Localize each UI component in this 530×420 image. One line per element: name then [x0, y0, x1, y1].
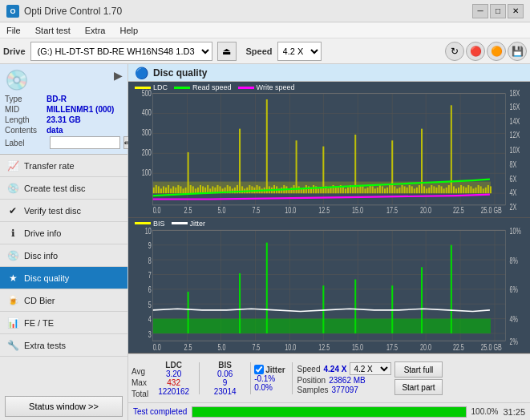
save-icon[interactable]: 💾	[508, 42, 527, 61]
svg-rect-139	[389, 185, 390, 193]
svg-rect-174	[475, 188, 476, 193]
maximize-button[interactable]: □	[490, 4, 506, 18]
settings-icon2[interactable]: 🟠	[487, 42, 506, 61]
svg-rect-155	[428, 188, 430, 193]
eject-button[interactable]: ⏏	[217, 42, 237, 61]
svg-rect-148	[411, 186, 413, 193]
svg-text:10X: 10X	[509, 146, 520, 155]
svg-text:17.5: 17.5	[386, 206, 398, 216]
svg-text:10.0: 10.0	[285, 343, 296, 353]
disc-arrow[interactable]: ▶	[114, 69, 123, 82]
speed-select[interactable]: 4.2 X	[277, 42, 322, 61]
svg-rect-0	[128, 82, 530, 217]
svg-rect-162	[446, 188, 447, 193]
jitter-stats: Jitter -0.1% 0.0%	[254, 365, 288, 392]
samples-label: Samples	[297, 386, 329, 394]
start-part-button[interactable]: Start part	[394, 379, 442, 395]
time-display: 31:25	[503, 407, 525, 417]
nav-cd-bier[interactable]: 🍺 CD Bier	[0, 289, 127, 312]
svg-rect-156	[431, 185, 432, 193]
svg-rect-129	[364, 188, 366, 193]
disc-length-value: 23.31 GB	[47, 115, 81, 124]
nav-drive-info[interactable]: ℹ Drive info	[0, 222, 127, 244]
svg-rect-153	[423, 186, 425, 193]
minimize-button[interactable]: ─	[472, 4, 488, 18]
jitter-checkbox[interactable]	[254, 365, 264, 374]
svg-rect-128	[362, 186, 363, 193]
svg-text:200: 200	[142, 148, 152, 158]
svg-rect-131	[370, 185, 371, 193]
status-text: Test completed	[133, 407, 187, 416]
start-full-button[interactable]: Start full	[394, 361, 442, 378]
drive-select[interactable]: (G:) HL-DT-ST BD-RE WH16NS48 1.D3	[30, 42, 212, 61]
svg-rect-51	[172, 186, 174, 193]
nav-verify-test-disc[interactable]: ✔ Verify test disc	[0, 200, 127, 222]
progress-text: 100.0%	[471, 407, 499, 416]
drive-info-icon: ℹ	[6, 227, 19, 240]
cd-bier-icon: 🍺	[6, 294, 19, 307]
svg-rect-112	[322, 147, 324, 194]
svg-rect-164	[451, 105, 452, 193]
svg-rect-56	[185, 188, 187, 193]
nav-extra-tests[interactable]: 🔧 Extra tests	[0, 334, 127, 357]
svg-rect-78	[239, 129, 241, 194]
legend-write-speed-label: Write speed	[257, 83, 295, 91]
close-button[interactable]: ✕	[508, 4, 524, 18]
svg-rect-45	[158, 186, 160, 193]
top-chart-svg: 500 400 300 200 100 18X 16X 14X 12X 10X …	[128, 82, 530, 217]
svg-rect-110	[318, 188, 319, 193]
disc-info-panel: 💿 ▶ Type BD-R MID MILLENMR1 (000) Length…	[0, 64, 127, 155]
svg-text:8%: 8%	[509, 256, 517, 265]
nav-create-test-disc[interactable]: 💿 Create test disc	[0, 177, 127, 200]
svg-rect-173	[472, 188, 474, 193]
svg-rect-171	[467, 185, 469, 193]
svg-rect-169	[463, 186, 464, 193]
disc-type-row: Type BD-R	[5, 95, 123, 103]
menu-extra[interactable]: Extra	[82, 24, 109, 37]
legend-read-speed: Read speed	[174, 83, 232, 91]
nav-drive-info-label: Drive info	[24, 228, 61, 238]
ldc-max: 432	[167, 378, 180, 387]
window-controls: ─ □ ✕	[472, 4, 524, 18]
menu-help[interactable]: Help	[116, 24, 141, 37]
transfer-rate-icon: 📈	[6, 160, 19, 172]
svg-rect-143	[399, 188, 400, 193]
chart-header: 🔵 Disc quality	[128, 64, 530, 82]
menu-start-test[interactable]: Start test	[32, 24, 74, 37]
svg-rect-121	[345, 188, 346, 193]
svg-rect-226	[188, 291, 189, 333]
nav-disc-info[interactable]: 💿 Disc info	[0, 244, 127, 267]
status-window-button[interactable]: Status window >>	[5, 396, 123, 417]
disc-label-input[interactable]	[50, 136, 120, 149]
svg-rect-48	[165, 188, 167, 193]
speed-stat-select[interactable]: 4.2 X	[350, 362, 391, 375]
svg-text:14X: 14X	[509, 116, 520, 126]
svg-text:6X: 6X	[509, 174, 516, 184]
jitter-avg: -0.1%	[254, 374, 288, 383]
svg-rect-59	[192, 186, 194, 193]
settings-icon1[interactable]: 🔴	[466, 42, 485, 61]
nav-transfer-rate[interactable]: 📈 Transfer rate	[0, 155, 127, 177]
nav-fe-te[interactable]: 📊 FE / TE	[0, 312, 127, 334]
legend-jitter-label: Jitter	[190, 220, 206, 228]
svg-rect-165	[453, 186, 455, 193]
svg-rect-168	[460, 185, 462, 193]
svg-rect-53	[177, 185, 179, 193]
svg-text:6%: 6%	[509, 285, 517, 295]
disc-icon-row: 💿 ▶	[5, 69, 123, 91]
svg-text:4%: 4%	[509, 314, 517, 324]
menu-file[interactable]: File	[3, 24, 24, 37]
jitter-header: Jitter	[265, 365, 285, 374]
jitter-color	[172, 222, 188, 224]
nav-disc-info-label: Disc info	[24, 251, 58, 260]
refresh-icon[interactable]: ↻	[445, 42, 464, 61]
svg-rect-46	[160, 188, 162, 193]
ldc-stats: LDC 3.20 432 1220162	[152, 361, 196, 396]
chart-header-icon: 🔵	[135, 67, 148, 79]
nav-disc-quality[interactable]: ★ Disc quality	[0, 267, 127, 289]
svg-text:7.5: 7.5	[252, 343, 260, 353]
bis-total: 23014	[214, 387, 237, 396]
svg-rect-126	[357, 188, 358, 193]
svg-text:3: 3	[148, 329, 152, 339]
svg-text:400: 400	[142, 108, 152, 118]
